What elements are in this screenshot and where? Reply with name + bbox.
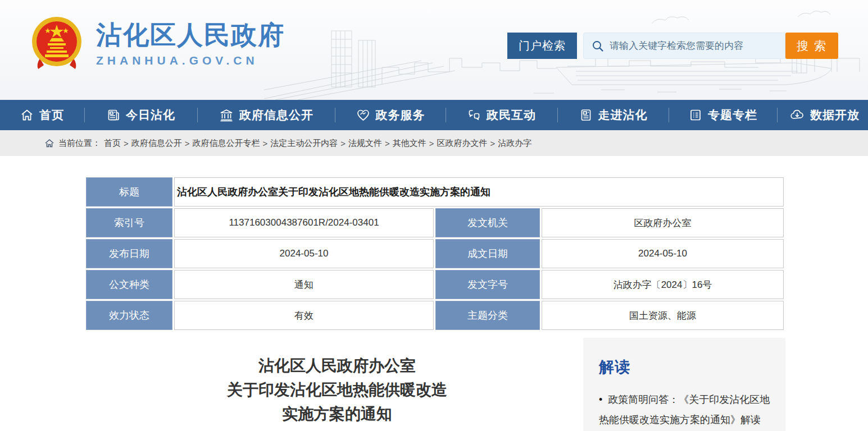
field-label-document-number: 发文字号 xyxy=(435,270,540,299)
breadcrumb-item[interactable]: 首页 xyxy=(104,138,121,149)
breadcrumb-separator: > xyxy=(429,139,434,148)
nav-item-home[interactable]: 首页 xyxy=(0,100,84,130)
article-title-line: 关于印发沾化区地热能供暖改造 xyxy=(84,378,590,402)
home-icon xyxy=(20,108,34,122)
search-submit-button[interactable]: 搜 索 xyxy=(785,33,838,59)
field-value-document-type: 通知 xyxy=(174,270,434,299)
table-row: 索引号 11371603004387601R/2024-03401 发文机关 区… xyxy=(86,208,784,237)
interpretation-panel: 解读 政策简明问答：《关于印发沾化区地热能供暖改造实施方案的通知》解读 xyxy=(583,338,785,431)
breadcrumb-item[interactable]: 政府信息公开 xyxy=(131,138,182,149)
breadcrumb-item[interactable]: 其他文件 xyxy=(393,138,426,149)
article-title: 沾化区人民政府办公室 关于印发沾化区地热能供暖改造 实施方案的通知 xyxy=(84,354,590,426)
nav-item-gov-info[interactable]: 政府信息公开 xyxy=(198,100,335,130)
field-value-validity-status: 有效 xyxy=(174,301,434,330)
nav-label: 今日沾化 xyxy=(126,107,175,123)
field-value-written-date: 2024-05-10 xyxy=(542,239,784,268)
site-header: 沾化区人民政府 ZHANHUA.GOV.CN 门户检索 搜 索 xyxy=(0,0,868,100)
newspaper-icon xyxy=(107,108,120,122)
field-label-document-type: 公文种类 xyxy=(86,270,172,299)
article-title-line: 沾化区人民政府办公室 xyxy=(84,354,590,378)
nav-item-topics[interactable]: 专题专栏 xyxy=(669,100,777,130)
nav-label: 政府信息公开 xyxy=(239,107,313,123)
nav-label: 政民互动 xyxy=(487,107,536,123)
field-value-topic-category: 国土资源、能源 xyxy=(542,301,784,330)
cloud-download-icon xyxy=(790,108,805,122)
table-row: 发布日期 2024-05-10 成文日期 2024-05-10 xyxy=(86,239,784,268)
breadcrumb-item[interactable]: 法定主动公开内容 xyxy=(270,138,338,149)
site-domain: ZHANHUA.GOV.CN xyxy=(96,54,285,67)
field-value-title: 沾化区人民政府办公室关于印发沾化区地热能供暖改造实施方案的通知 xyxy=(174,177,784,207)
search-area: 门户检索 搜 索 xyxy=(507,33,838,59)
nav-label: 政务服务 xyxy=(376,107,425,123)
breadcrumb-separator: > xyxy=(490,139,496,148)
search-icon xyxy=(592,40,604,52)
breadcrumb-home-icon xyxy=(45,139,54,148)
field-label-topic-category: 主题分类 xyxy=(435,301,540,330)
page: 沾化区人民政府 ZHANHUA.GOV.CN 门户检索 搜 索 首页 xyxy=(0,0,868,431)
breadcrumb-separator: > xyxy=(124,139,129,148)
primary-nav: 首页 今日沾化 政府信息公开 政务服务 xyxy=(0,100,868,130)
nav-item-services[interactable]: 政务服务 xyxy=(335,100,446,130)
site-name: 沾化区人民政府 xyxy=(96,20,285,49)
nav-label: 数据开放 xyxy=(810,107,860,123)
breadcrumb-prefix: 当前位置： xyxy=(58,138,101,149)
list-icon xyxy=(689,108,702,122)
field-label-issuing-authority: 发文机关 xyxy=(435,208,540,237)
chat-bubbles-icon xyxy=(467,108,481,122)
search-box xyxy=(583,33,785,59)
table-row: 效力状态 有效 主题分类 国土资源、能源 xyxy=(86,301,784,330)
nav-label: 走进沾化 xyxy=(598,107,648,123)
breadcrumb-separator: > xyxy=(340,139,346,148)
breadcrumb-separator: > xyxy=(385,139,390,148)
interpretation-heading: 解读 xyxy=(599,357,775,377)
portal-search-button[interactable]: 门户检索 xyxy=(507,33,577,59)
interpretation-list: 政策简明问答：《关于印发沾化区地热能供暖改造实施方案的通知》解读 xyxy=(599,389,775,430)
table-row: 标题 沾化区人民政府办公室关于印发沾化区地热能供暖改造实施方案的通知 xyxy=(86,177,784,207)
field-value-index-number: 11371603004387601R/2024-03401 xyxy=(174,208,434,237)
heart-handshake-icon xyxy=(356,108,370,122)
search-input[interactable] xyxy=(610,40,785,52)
interpretation-link-text: 政策简明问答：《关于印发沾化区地热能供暖改造实施方案的通知》解读 xyxy=(599,394,770,425)
breadcrumb-item[interactable]: 区政府办文件 xyxy=(437,138,488,149)
breadcrumb-item[interactable]: 沾政办字 xyxy=(498,138,531,149)
nav-label: 首页 xyxy=(39,107,64,123)
nav-item-about[interactable]: 走进沾化 xyxy=(558,100,669,130)
field-label-publish-date: 发布日期 xyxy=(86,239,172,268)
national-emblem-logo xyxy=(31,16,83,72)
document-info-table: 标题 沾化区人民政府办公室关于印发沾化区地热能供暖改造实施方案的通知 索引号 1… xyxy=(84,176,785,332)
nav-label: 专题专栏 xyxy=(708,107,757,123)
breadcrumb-item[interactable]: 法规文件 xyxy=(348,138,382,149)
breadcrumb-item[interactable]: 政府信息公开专栏 xyxy=(193,138,260,149)
nav-item-interaction[interactable]: 政民互动 xyxy=(446,100,557,130)
government-building-icon xyxy=(219,108,234,122)
field-value-document-number: 沾政办字〔2024〕16号 xyxy=(542,270,784,299)
field-value-issuing-authority: 区政府办公室 xyxy=(542,208,784,237)
breadcrumb: 当前位置： 首页 > 政府信息公开 > 政府信息公开专栏 > 法定主动公开内容 … xyxy=(0,130,868,156)
field-label-validity-status: 效力状态 xyxy=(86,301,172,330)
document-icon xyxy=(579,108,593,122)
nav-item-today[interactable]: 今日沾化 xyxy=(85,100,197,130)
table-row: 公文种类 通知 发文字号 沾政办字〔2024〕16号 xyxy=(86,270,784,299)
breadcrumb-separator: > xyxy=(263,139,268,148)
breadcrumb-separator: > xyxy=(185,139,190,148)
site-title-group: 沾化区人民政府 ZHANHUA.GOV.CN xyxy=(96,20,285,67)
field-value-publish-date: 2024-05-10 xyxy=(174,239,434,268)
field-label-title: 标题 xyxy=(86,177,172,207)
field-label-written-date: 成文日期 xyxy=(435,239,540,268)
site-brand[interactable]: 沾化区人民政府 ZHANHUA.GOV.CN xyxy=(31,16,285,72)
article-title-line: 实施方案的通知 xyxy=(84,402,590,426)
nav-item-open-data[interactable]: 数据开放 xyxy=(778,100,868,130)
field-label-index-number: 索引号 xyxy=(86,208,172,237)
interpretation-link[interactable]: 政策简明问答：《关于印发沾化区地热能供暖改造实施方案的通知》解读 xyxy=(599,389,775,430)
